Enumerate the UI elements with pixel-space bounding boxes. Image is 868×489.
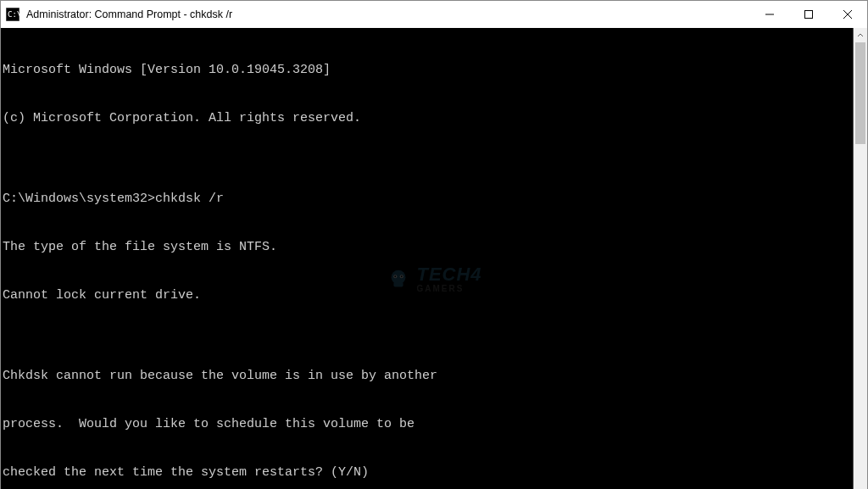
cmd-icon: C:\	[6, 8, 19, 21]
prompt-line: C:\Windows\system32>chkdsk /r	[3, 191, 849, 207]
output-line: Chkdsk cannot run because the volume is …	[3, 368, 849, 384]
svg-rect-4	[805, 11, 813, 19]
output-line: checked the next time the system restart…	[3, 464, 849, 481]
close-button[interactable]	[828, 1, 867, 28]
scroll-track[interactable]	[854, 42, 867, 489]
maximize-icon	[804, 10, 813, 19]
minimize-icon	[765, 10, 774, 19]
maximize-button[interactable]	[789, 1, 828, 28]
output-line: Microsoft Windows [Version 10.0.19045.32…	[3, 62, 849, 78]
svg-text:C:\: C:\	[8, 10, 19, 19]
output-line: The type of the file system is NTFS.	[3, 239, 849, 255]
chevron-up-icon	[857, 32, 864, 39]
minimize-button[interactable]	[750, 1, 789, 28]
terminal-client-area: Microsoft Windows [Version 10.0.19045.32…	[1, 28, 867, 489]
command-prompt-window: C:\ Administrator: Command Prompt - chkd…	[0, 0, 868, 489]
vertical-scrollbar[interactable]	[853, 28, 867, 489]
window-title: Administrator: Command Prompt - chkdsk /…	[26, 8, 232, 20]
close-icon	[843, 10, 852, 19]
titlebar[interactable]: C:\ Administrator: Command Prompt - chkd…	[1, 1, 867, 28]
scroll-up-button[interactable]	[854, 28, 867, 42]
terminal-output[interactable]: Microsoft Windows [Version 10.0.19045.32…	[1, 28, 853, 489]
output-line: (c) Microsoft Corporation. All rights re…	[3, 110, 849, 126]
output-line: Cannot lock current drive.	[3, 287, 849, 303]
output-line: process. Would you like to schedule this…	[3, 416, 849, 432]
scroll-thumb[interactable]	[855, 42, 865, 144]
